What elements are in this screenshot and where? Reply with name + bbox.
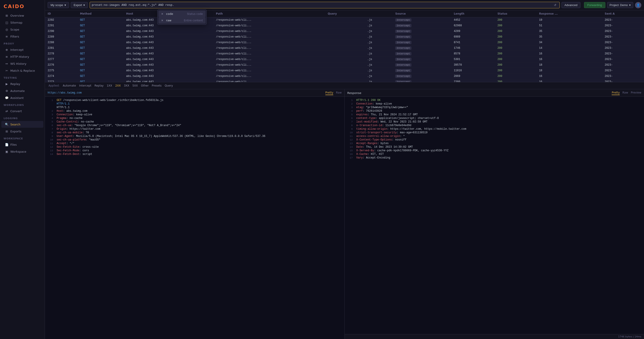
col-query: Query [325, 10, 364, 17]
tab-request-pretty[interactable]: Pretty [325, 91, 334, 95]
table-row[interactable]: 2288GETabs.twimg.com:443/responsive-web/… [45, 40, 644, 46]
tab-request-raw[interactable]: Raw [336, 91, 342, 95]
search-icon: 🔍 [5, 123, 8, 126]
table-row[interactable]: 2275GETabs.twimg.com:443/responsive-web/… [45, 68, 644, 74]
col-id: ID [45, 10, 77, 17]
raw-x-icon: ✕ [161, 19, 163, 22]
filter-replay[interactable]: Replay [94, 84, 104, 88]
table-row[interactable]: 2276GETabs.twimg.com:443/responsive-web/… [45, 62, 644, 68]
table-row[interactable]: 2278GETabs.twimg.com:443/responsive-web/… [45, 51, 644, 57]
code-line: 7last-modified: Wed, 22 Nov 2023 21:02:5… [345, 120, 644, 124]
sidebar-item-http-history[interactable]: ≡ HTTP History [1, 53, 43, 60]
code-line: 12Sec-Fetch-Site: cross-site [45, 145, 344, 149]
dropdown-item-raw[interactable]: ✕ raw Entire content [158, 17, 206, 24]
code-line: 3Connection: keep-alive [45, 113, 344, 116]
main-content: My scope ▾ Export ▾ ↺ Advanced Forwardin… [45, 0, 644, 339]
filter-1xx[interactable]: 1XX [106, 84, 113, 88]
table-row[interactable]: 2290GETabs.twimg.com:443/responsive-web/… [45, 29, 644, 34]
sidebar-item-exports[interactable]: ⊞ Exports [1, 128, 43, 135]
table-row[interactable]: 2274GETabs.twimg.com:443/responsive-web/… [45, 74, 644, 79]
automate-icon: ⚙ [5, 89, 8, 93]
requests-table-container: ID Method Host Path Query Source Length … [45, 10, 644, 82]
code-line: 3etag: "prI0wWumq7tD7qJJwU/pmw==" [345, 106, 644, 109]
code-line: 2Connection: keep-alive [345, 102, 644, 106]
sidebar-item-replay[interactable]: ▶ Replay [1, 81, 43, 87]
table-row[interactable]: 2291GETabs.twimg.com:443/responsive-web/… [45, 23, 644, 29]
sidebar-item-sitemap[interactable]: ◫ Sitemap [1, 19, 43, 26]
filter-2xx[interactable]: 2XX [114, 84, 122, 88]
workspace-icon: ▣ [5, 150, 8, 153]
code-line: 11access-control-allow-origin: * [345, 134, 644, 138]
col-source: Source [392, 10, 451, 17]
sidebar-item-filters[interactable]: ≡ Filters [1, 33, 43, 40]
code-line: 10strict-transport-security: max-age=631… [345, 131, 644, 134]
sidebar-item-automate[interactable]: ⚙ Automate [1, 88, 43, 94]
filter-5xx[interactable]: 5XX [132, 84, 139, 88]
col-method: Method [77, 10, 123, 17]
code-line: 14Sec-Fetch-Dest: script [45, 152, 344, 156]
table-row[interactable]: 2281GETabs.twimg.com:443/responsive-web/… [45, 46, 644, 51]
dropdown-item-code[interactable]: ✕ code Status code [158, 11, 206, 17]
code-line: 14Date: Thu, 14 Dec 2023 14:39:02 GMT [345, 145, 644, 149]
table-row[interactable]: 2292GETabs.twimg.com:443/responsive-web/… [45, 17, 644, 23]
filter-3xx[interactable]: 3XX [123, 84, 130, 88]
advanced-button[interactable]: Advanced [562, 2, 580, 8]
avatar[interactable]: 👤 [635, 2, 641, 8]
col-status: Status [495, 10, 536, 17]
code-line: 9timing-allow-origin: https://twitter.co… [345, 127, 644, 131]
sidebar-item-match-replace[interactable]: ✂ Match & Replace [1, 67, 43, 74]
workspace-label: Workspace [0, 135, 45, 141]
raw-label: raw [166, 19, 172, 22]
code-line: 8x-transaction-id: 11cb679e0e64ed9d [345, 124, 644, 127]
code-line: 15X-Served-By: cache-pdk-kpdk1780069-PDK… [345, 149, 644, 152]
search-input[interactable] [92, 3, 552, 7]
table-row[interactable]: 2289GETabs.twimg.com:443/responsive-web/… [45, 34, 644, 40]
sidebar-item-overview[interactable]: ⊞ Overview [1, 12, 43, 19]
search-refresh-button[interactable]: ↺ [552, 3, 558, 7]
code-x-icon: ✕ [161, 12, 163, 16]
filter-automate[interactable]: Automate [62, 84, 77, 88]
export-chevron-icon: ▾ [83, 3, 85, 7]
sidebar-item-files[interactable]: 📄 Files [1, 141, 43, 148]
sidebar-item-search[interactable]: 🔍 Search [1, 121, 43, 128]
tab-response-raw[interactable]: Raw [622, 91, 628, 95]
sidebar-item-ws-history[interactable]: ↔ WS History [1, 60, 43, 67]
table-row[interactable]: 2273GETabs.twimg.com:443/responsive-web/… [45, 79, 644, 83]
code-line: 16X-Cache: HIT, HIT [345, 152, 644, 156]
filter-intercept[interactable]: Intercept [78, 84, 92, 88]
table-row[interactable]: 2277GETabs.twimg.com:443/responsive-web/… [45, 57, 644, 62]
filter-query[interactable]: Query [164, 84, 174, 88]
sidebar-section-proxy: Proxy ⊕ Intercept ≡ HTTP History ↔ WS Hi… [0, 40, 45, 74]
testing-label: Testing [0, 74, 45, 80]
raw-desc: Entire content [184, 19, 203, 22]
code-line: 1GET /responsive-web/client-web/loader.r… [45, 99, 344, 102]
tab-response-preview[interactable]: Preview [631, 91, 641, 95]
response-pane: Response Pretty Raw Preview 1HTTP/1.1 20… [345, 89, 644, 339]
filter-presets[interactable]: Presets [151, 84, 162, 88]
filter-other[interactable]: Other [140, 84, 150, 88]
sidebar-item-intercept[interactable]: ⊕ Intercept [1, 46, 43, 53]
tab-response-pretty[interactable]: Pretty [612, 91, 620, 95]
sidebar-item-convert[interactable]: ⇄ Convert [1, 108, 43, 114]
request-pane-header: https://abs.twimg.com Pretty Raw [45, 89, 344, 97]
code-line: HTTP/1.1 [45, 106, 344, 109]
code-line: 4perf: 7626143928 [345, 109, 644, 113]
col-sent: Sent A [602, 10, 644, 17]
export-button[interactable]: Export ▾ [71, 2, 88, 8]
col-response: Response ... [536, 10, 602, 17]
code-line: 13Sec-Fetch-Mode: cors [45, 149, 344, 152]
header: My scope ▾ Export ▾ ↺ Advanced Forwardin… [45, 0, 644, 10]
table-header-row: ID Method Host Path Query Source Length … [45, 10, 644, 17]
col-path: Path [213, 10, 325, 17]
response-pane-header: Response Pretty Raw Preview [345, 89, 644, 97]
scope-button[interactable]: My scope ▾ [48, 2, 69, 8]
convert-icon: ⇄ [5, 109, 8, 113]
sidebar-item-assistant[interactable]: 💬 Assistant [1, 94, 43, 101]
sidebar-item-workspace[interactable]: ▣ Workspace [1, 148, 43, 155]
code-line: 13Accept-Ranges: bytes [345, 142, 644, 145]
forwarding-button[interactable]: Forwarding [584, 2, 605, 8]
project-button[interactable]: Project Demo ▾ [607, 2, 633, 8]
proxy-label: Proxy [0, 40, 45, 46]
table-body: 2292GETabs.twimg.com:443/responsive-web/… [45, 17, 644, 83]
sidebar-item-scope[interactable]: ◎ Scope [1, 26, 43, 33]
